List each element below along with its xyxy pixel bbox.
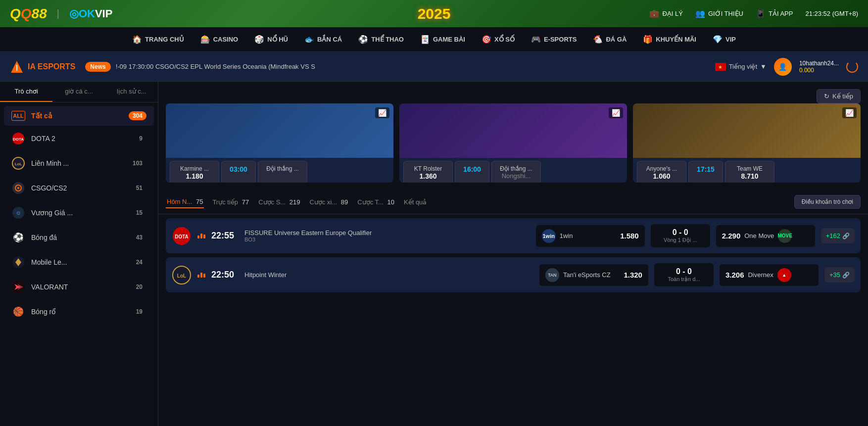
trend-icon-3: 📈 <box>842 107 857 118</box>
match2-more-bets-text: +35 <box>829 271 840 279</box>
sidebar-item-all[interactable]: ALL Tất cả 304 <box>4 106 154 126</box>
filter-truc-tiep[interactable]: Trực tiếp 77 <box>211 196 250 208</box>
filter-hom-nay-count: 75 <box>196 198 203 205</box>
language-selector[interactable]: Tiếng việt ▼ <box>715 63 767 71</box>
sidebar-item-csgo[interactable]: CSGO/CS2 51 <box>4 176 154 200</box>
match1-team2-name: One Move <box>744 232 774 239</box>
sidebar-item-valorant[interactable]: VALORANT 20 <box>4 275 154 299</box>
card2-team1-btn[interactable]: KT Rolster 1.360 <box>403 161 453 183</box>
avatar[interactable]: 👤 <box>774 58 792 76</box>
lol-icon: LoL <box>11 156 25 170</box>
no-hu-icon: 🎲 <box>254 35 264 44</box>
match-list-item-1: DOTA 22:55 FISSURE Universe Eastern Euro… <box>166 218 861 253</box>
bar5 <box>200 273 202 278</box>
bar1 <box>197 236 199 238</box>
svg-text:LoL: LoL <box>15 162 22 166</box>
lol-left: LoL Liên Minh ... <box>11 156 69 170</box>
featured-cards: 📈 Karmine ... 1.180 03:00 Đội thắng ... <box>166 103 861 183</box>
dai-ly-link[interactable]: 💼 ĐẠI LÝ <box>649 9 683 18</box>
tab-gio-ca-cuoc[interactable]: giờ cá c... <box>52 82 105 102</box>
bong-da-icon: ⚽ <box>11 231 25 244</box>
nav-da-ga[interactable]: 🐔 ĐÁ GÀ <box>586 31 633 48</box>
nav-bar: 🏠 TRANG CHỦ 🎰 CASINO 🎲 NỔ HŨ 🐟 BẮN CÁ ⚽ … <box>0 27 868 52</box>
match1-more-bets[interactable]: +162 🔗 <box>821 228 855 243</box>
nav-casino[interactable]: 🎰 CASINO <box>193 31 245 48</box>
next-button[interactable]: ↻ Kế tiếp <box>817 89 861 103</box>
csgo-label: CSGO/CS2 <box>31 184 67 192</box>
match1-team1-bet[interactable]: 1win 1win 1.580 <box>536 225 645 247</box>
match2-score: 0 - 0 <box>660 267 708 276</box>
match1-details: FISSURE Universe Eastern Europe Qualifie… <box>244 229 530 242</box>
card3-team2-btn[interactable]: Team WE 8.710 <box>725 161 774 183</box>
match1-more-bets-text: +162 <box>826 232 840 239</box>
sidebar: Trò chơi giờ cá c... lịch sử c... ALL Tấ… <box>0 82 158 426</box>
tai-app-link[interactable]: 📱 TẢI APP <box>756 9 793 18</box>
nav-game-bai[interactable]: 🃏 GAME BÀI <box>413 31 472 48</box>
sidebar-item-all-label: Tất cả <box>31 112 52 120</box>
match2-team1-bet[interactable]: TAN Tan'i eSports CZ 1.320 <box>539 264 648 286</box>
match2-team2-bet[interactable]: 3.206 Divernex ▲ <box>720 264 819 286</box>
e-sports-label: E-SPORTS <box>544 36 577 43</box>
svg-point-8 <box>17 187 19 189</box>
filter-cuoc-t[interactable]: Cược T... 10 <box>356 196 395 208</box>
nav-vip[interactable]: 💎 VIP <box>706 31 743 48</box>
card1-team2-btn[interactable]: Đội thắng ... <box>258 161 307 183</box>
filter-ket-qua[interactable]: Kết quả <box>403 196 428 208</box>
card3-time-btn[interactable]: 17:15 <box>688 161 723 183</box>
game-bai-icon: 🃏 <box>420 35 430 44</box>
sidebar-item-vuong-gia[interactable]: ⊙ Vương Giá ... 15 <box>4 201 154 225</box>
sidebar-item-dota2[interactable]: DOTA DOTA 2 9 <box>4 127 154 150</box>
match1-header: DOTA 22:55 FISSURE Universe Eastern Euro… <box>172 224 855 247</box>
filter-cuoc-s[interactable]: Cược S... 219 <box>257 196 301 208</box>
tab-tro-choi[interactable]: Trò chơi <box>0 82 52 102</box>
match1-tournament: FISSURE Universe Eastern Europe Qualifie… <box>244 229 530 237</box>
nav-no-hu[interactable]: 🎲 NỔ HŨ <box>247 31 295 48</box>
filter-cuoc-xi[interactable]: Cược xi... 89 <box>308 196 349 208</box>
sidebar-item-lol[interactable]: LoL Liên Minh ... 103 <box>4 151 154 175</box>
nav-trang-chu[interactable]: 🏠 TRANG CHỦ <box>125 31 191 48</box>
match-list: DOTA 22:55 FISSURE Universe Eastern Euro… <box>158 218 868 292</box>
sidebar-item-mobile-le[interactable]: Mobile Le... 24 <box>4 250 154 274</box>
loading-spinner <box>846 61 858 73</box>
trend-icon-2: 📈 <box>609 107 623 118</box>
card3-team1-btn[interactable]: Anyone's ... 1.060 <box>637 161 686 183</box>
valorant-count: 20 <box>132 283 146 291</box>
card2-time-btn[interactable]: 16:00 <box>455 161 489 183</box>
card2-team2-btn[interactable]: Đội thắng ... Nongshi... <box>491 161 541 183</box>
logo-qq88: QQ88 <box>10 6 47 22</box>
match1-score: 0 - 0 <box>657 228 704 237</box>
svg-text:DOTA: DOTA <box>175 234 189 239</box>
match1-team2-bet[interactable]: 2.290 One Move MOVE <box>716 225 815 247</box>
match1-time: 22:55 <box>211 231 239 241</box>
sidebar-tabs: Trò chơi giờ cá c... lịch sử c... <box>0 82 158 102</box>
gioi-thieu-link[interactable]: 👥 GIỚI THIỆU <box>695 9 743 18</box>
match2-bars <box>197 273 205 278</box>
nav-xo-so[interactable]: 🎯 XỔ SỐ <box>475 31 522 48</box>
nav-the-thao[interactable]: ⚽ THỂ THAO <box>351 31 411 48</box>
tab-lich-su[interactable]: lịch sử c... <box>105 82 158 102</box>
card1-team1-btn[interactable]: Karmine ... 1.180 <box>170 161 219 183</box>
card1-odds-row: Karmine ... 1.180 03:00 Đội thắng ... <box>166 158 393 183</box>
card1-team1-odds: 1.180 <box>176 172 213 180</box>
terms-button[interactable]: Điều khoản trò chơi <box>794 195 861 209</box>
filter-hom-nay[interactable]: Hôm N... 75 <box>166 196 204 208</box>
all-icon: ALL <box>11 111 25 121</box>
chevron-down-icon: ▼ <box>760 63 767 70</box>
card2-team2-name: Đội thắng ... <box>498 165 534 172</box>
content-area: ↻ Kế tiếp 📈 Karmine ... 1.180 03:0 <box>158 82 868 426</box>
match2-more-bets[interactable]: +35 🔗 <box>824 267 855 283</box>
mobile-le-left: Mobile Le... <box>11 255 67 269</box>
nav-ban-ca[interactable]: 🐟 BẮN CÁ <box>297 31 349 48</box>
news-badge: News <box>85 62 110 72</box>
sidebar-item-bong-da[interactable]: ⚽ Bóng đá 43 <box>4 226 154 249</box>
bar3 <box>203 235 205 238</box>
nav-khuyen-mai[interactable]: 🎁 KHUYẾN MÃI <box>636 31 703 48</box>
match2-game-icon: LoL <box>172 265 192 285</box>
card3-team1-name: Anyone's ... <box>643 165 680 172</box>
match2-team1-name: Tan'i eSports CZ <box>563 271 611 279</box>
nav-e-sports[interactable]: 🎮 E-SPORTS <box>524 31 583 48</box>
card1-time-btn[interactable]: 03:00 <box>221 161 256 183</box>
sidebar-item-bong-ro[interactable]: 🏀 Bóng rổ 19 <box>4 300 154 324</box>
match1-bars <box>197 234 205 238</box>
external-link-icon: 🔗 <box>842 233 850 239</box>
